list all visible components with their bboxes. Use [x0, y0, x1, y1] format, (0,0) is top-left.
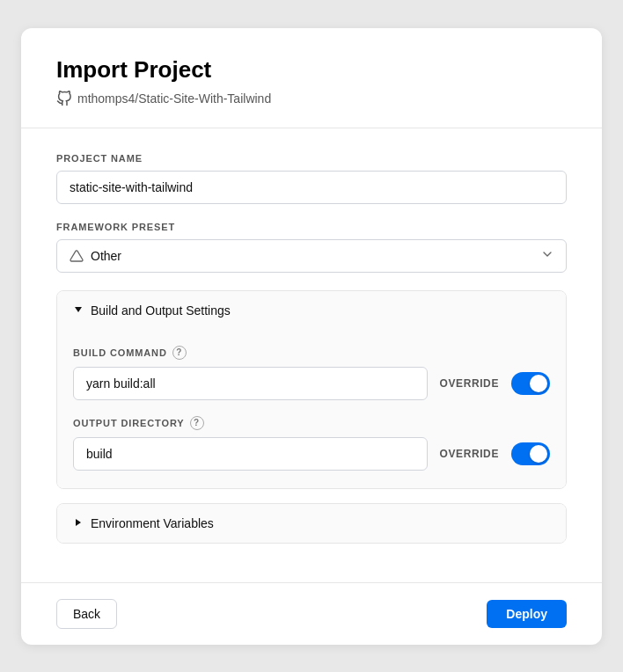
triangle-collapse-icon	[73, 303, 84, 318]
card-body: PROJECT NAME FRAMEWORK PRESET Other	[21, 128, 602, 582]
build-settings-section: Build and Output Settings BUILD COMMAND …	[56, 290, 567, 489]
build-command-group: BUILD COMMAND ? OVERRIDE	[73, 346, 550, 400]
output-dir-group: OUTPUT DIRECTORY ? OVERRIDE	[73, 416, 550, 471]
output-dir-input-row: OVERRIDE	[73, 437, 550, 471]
framework-select[interactable]: Other	[56, 239, 567, 273]
env-vars-header[interactable]: Environment Variables	[57, 504, 566, 543]
build-settings-body: BUILD COMMAND ? OVERRIDE	[57, 330, 566, 488]
project-name-input[interactable]	[56, 171, 567, 204]
output-dir-label: OUTPUT DIRECTORY ?	[73, 416, 550, 430]
arrow-right-icon	[73, 516, 84, 530]
back-button[interactable]: Back	[56, 599, 117, 629]
repo-name: mthomps4/Static-Site-With-Tailwind	[77, 91, 271, 106]
page-title: Import Project	[56, 56, 567, 84]
output-dir-help-icon[interactable]: ?	[190, 416, 204, 430]
output-dir-input[interactable]	[73, 437, 428, 471]
build-settings-title: Build and Output Settings	[91, 303, 231, 318]
env-vars-section: Environment Variables	[56, 503, 567, 544]
output-toggle-slider	[511, 442, 550, 465]
project-name-label: PROJECT NAME	[56, 153, 567, 164]
build-command-help-icon[interactable]: ?	[172, 346, 187, 360]
deploy-button[interactable]: Deploy	[487, 600, 567, 628]
github-icon	[56, 91, 72, 106]
framework-preset-label: FRAMEWORK PRESET	[56, 222, 567, 232]
output-override-toggle[interactable]	[511, 442, 550, 465]
build-toggle-slider	[511, 372, 550, 395]
card-header: Import Project mthomps4/Static-Site-With…	[21, 28, 602, 128]
output-override-label: OVERRIDE	[440, 448, 499, 460]
build-command-input-row: OVERRIDE	[73, 367, 550, 400]
build-override-label: OVERRIDE	[440, 377, 499, 390]
framework-preset-field-group: FRAMEWORK PRESET Other	[56, 222, 567, 273]
build-command-label: BUILD COMMAND ?	[73, 346, 550, 360]
svg-marker-1	[76, 519, 81, 526]
framework-value: Other	[91, 249, 121, 263]
env-vars-title: Environment Variables	[91, 516, 214, 530]
build-settings-header[interactable]: Build and Output Settings	[57, 291, 566, 330]
repo-info: mthomps4/Static-Site-With-Tailwind	[56, 91, 567, 106]
triangle-icon	[70, 249, 84, 263]
framework-select-wrapper: Other	[56, 239, 567, 273]
svg-marker-0	[75, 307, 82, 312]
project-name-field-group: PROJECT NAME	[56, 153, 567, 204]
build-command-input[interactable]	[73, 367, 428, 400]
build-override-toggle[interactable]	[511, 372, 550, 395]
card-footer: Back Deploy	[21, 582, 602, 645]
import-project-card: Import Project mthomps4/Static-Site-With…	[21, 28, 602, 645]
